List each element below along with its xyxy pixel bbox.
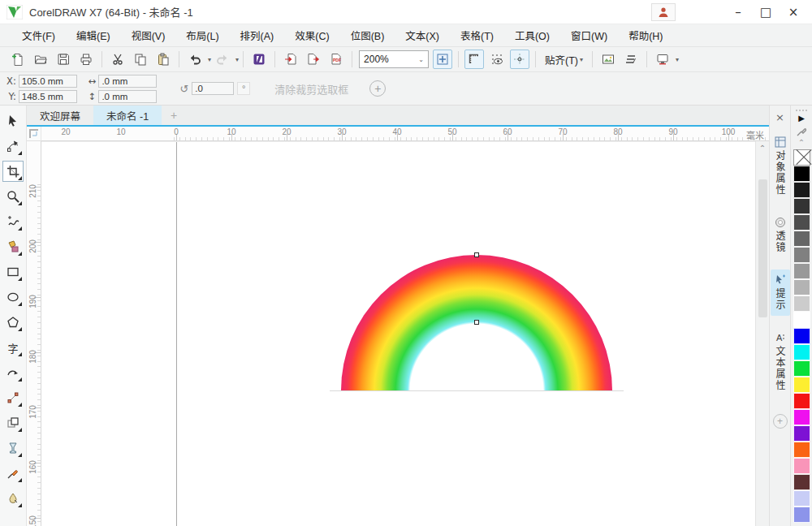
menu-item-tools[interactable]: 工具(O) (504, 24, 560, 47)
dimension-tool[interactable] (2, 387, 24, 408)
color-swatch-black[interactable] (793, 166, 810, 182)
menu-item-edit[interactable]: 编辑(E) (66, 24, 121, 47)
zoom-tool[interactable] (2, 186, 24, 207)
color-swatch-dark-brown[interactable] (793, 474, 810, 490)
color-swatch-20-black[interactable] (793, 295, 810, 312)
search-content-button[interactable] (249, 50, 269, 69)
show-grid-button[interactable] (487, 50, 507, 69)
freehand-tool[interactable] (2, 211, 24, 232)
docker-close-icon[interactable]: × (772, 109, 788, 125)
color-swatch-50-black[interactable] (793, 247, 810, 263)
color-swatch-80-black[interactable] (793, 198, 810, 214)
new-document-tab-button[interactable]: + (162, 106, 186, 125)
color-swatch-pink[interactable] (793, 458, 810, 474)
zoom-to-page-button[interactable] (433, 50, 452, 69)
color-swatch-yellow[interactable] (793, 377, 810, 393)
blend-tool[interactable] (2, 412, 24, 433)
vertical-ruler[interactable]: 210200190180170160150 (27, 141, 41, 526)
palette-eyedropper-icon[interactable] (797, 125, 806, 138)
smart-fill-tool[interactable] (2, 236, 24, 257)
color-swatch-lavender[interactable] (793, 490, 810, 507)
color-swatch-70-black[interactable] (793, 214, 810, 231)
palette-flyout-icon[interactable]: ▶ (798, 114, 805, 125)
property-bar-add-button[interactable]: + (369, 80, 386, 97)
docker-tab-hints[interactable]: 提示 (771, 269, 790, 316)
polygon-tool[interactable] (2, 312, 24, 333)
document-tab-untitled-1[interactable]: 未命名 -1 (93, 106, 162, 125)
menu-item-view[interactable]: 视图(V) (121, 24, 176, 47)
palette-scroll-up-icon[interactable]: ⌃ (798, 138, 805, 149)
menu-item-window[interactable]: 窗口(W) (560, 24, 618, 47)
rotation-angle-field[interactable]: .0 (192, 82, 234, 95)
ruler-origin-icon[interactable] (27, 127, 41, 141)
y-position-field[interactable]: 148.5 mm (19, 90, 77, 103)
menu-item-arrange[interactable]: 排列(A) (230, 24, 285, 47)
menu-item-file[interactable]: 文件(F) (11, 24, 66, 47)
text-tool[interactable]: 字 (2, 337, 24, 358)
paste-button[interactable] (153, 50, 173, 69)
snap-to-button[interactable]: 贴齐(T)▾ (540, 50, 588, 69)
menu-item-bitmaps[interactable]: 位图(B) (340, 24, 395, 47)
color-swatch-60-black[interactable] (793, 231, 810, 247)
save-document-button[interactable] (54, 50, 73, 69)
color-swatch-red[interactable] (793, 393, 810, 409)
color-swatch-40-black[interactable] (793, 263, 810, 279)
color-swatch-magenta[interactable] (793, 409, 810, 425)
color-swatch-cyan[interactable] (793, 344, 810, 360)
object-width-field[interactable]: .0 mm (98, 75, 157, 88)
rainbow-object[interactable] (341, 255, 612, 390)
x-position-field[interactable]: 105.0 mm (19, 75, 77, 88)
color-swatch-periwinkle[interactable] (793, 507, 810, 523)
scrollbar-thumb[interactable] (758, 179, 767, 317)
publish-to-pdf-button[interactable]: PDF (326, 50, 346, 69)
horizontal-ruler[interactable]: 20100102030405060708090100毫米 (41, 127, 769, 141)
rectangle-tool[interactable] (2, 261, 24, 282)
color-swatch-white[interactable] (793, 312, 810, 328)
options-button[interactable] (598, 50, 618, 69)
chevron-down-icon[interactable]: ▾ (208, 56, 211, 63)
color-swatch-green[interactable] (793, 360, 810, 377)
pick-tool[interactable] (2, 110, 24, 132)
ellipse-tool[interactable] (2, 287, 24, 308)
close-button[interactable]: × (780, 2, 807, 22)
crop-tool[interactable] (2, 161, 24, 182)
menu-item-text[interactable]: 文本(X) (395, 24, 450, 47)
fill-tool[interactable] (2, 488, 24, 509)
docker-add-button[interactable]: + (773, 414, 788, 429)
object-height-field[interactable]: .0 mm (98, 90, 157, 103)
color-swatch-30-black[interactable] (793, 279, 810, 295)
import-button[interactable] (281, 50, 300, 69)
document-tab-welcome[interactable]: 欢迎屏幕 (27, 106, 93, 125)
scroll-up-icon[interactable]: ⌃ (756, 141, 769, 155)
undo-button[interactable] (185, 50, 205, 69)
minimize-button[interactable]: – (724, 2, 752, 22)
curve-node-handle[interactable] (474, 320, 479, 325)
menu-item-table[interactable]: 表格(T) (450, 24, 504, 47)
menu-item-layout[interactable]: 布局(L) (175, 24, 229, 47)
chevron-down-icon[interactable]: ⌄ (418, 56, 424, 63)
show-rulers-button[interactable] (464, 50, 484, 69)
docker-tab-object-properties[interactable]: 对象属性 (771, 132, 790, 200)
docker-tab-lens[interactable]: 透镜 (771, 212, 790, 258)
color-swatch-none[interactable] (793, 149, 810, 166)
application-launcher-button[interactable] (653, 50, 672, 69)
color-swatch-blue[interactable] (793, 328, 810, 344)
curve-node-handle[interactable] (474, 252, 479, 257)
new-document-button[interactable] (8, 50, 28, 69)
text-formatting-button[interactable] (621, 50, 641, 69)
maximize-button[interactable]: □ (752, 2, 780, 22)
shape-tool[interactable] (2, 136, 24, 157)
copy-button[interactable] (131, 50, 150, 69)
color-swatch-purple[interactable] (793, 425, 810, 442)
docker-tab-text-properties[interactable]: A文本属性 (771, 327, 790, 396)
account-sign-in-icon[interactable] (651, 3, 676, 21)
color-swatch-orange[interactable] (793, 442, 810, 458)
print-button[interactable] (76, 50, 96, 69)
menu-item-help[interactable]: 帮助(H) (618, 24, 673, 47)
drawing-canvas[interactable] (41, 141, 755, 526)
export-button[interactable] (304, 50, 323, 69)
vertical-scrollbar[interactable]: ⌃ (755, 141, 769, 526)
zoom-level-combo[interactable]: 200%⌄ (359, 50, 429, 68)
open-document-button[interactable] (31, 50, 50, 69)
transparency-tool[interactable] (2, 438, 24, 459)
